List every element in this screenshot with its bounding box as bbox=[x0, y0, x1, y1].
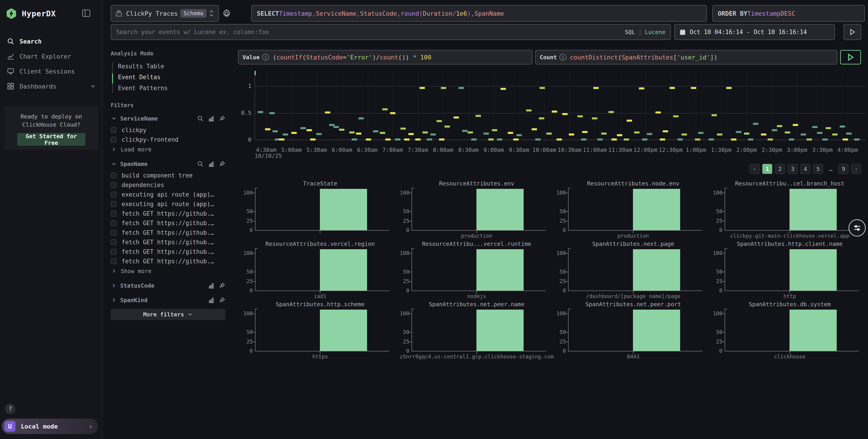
mini-y-tick bbox=[252, 281, 255, 282]
bar-chart-icon[interactable] bbox=[208, 282, 215, 289]
local-mode-menu[interactable]: U Local mode › bbox=[2, 418, 98, 434]
event-delta-mark bbox=[642, 139, 648, 141]
filter-group-spanname[interactable]: SpanName bbox=[111, 159, 225, 169]
filter-checkbox[interactable] bbox=[111, 192, 117, 198]
pagination-prev[interactable]: ‹ bbox=[750, 164, 760, 174]
code-token: SELECT bbox=[257, 10, 279, 17]
promo-line1: Ready to deploy on bbox=[4, 113, 98, 121]
grid-icon bbox=[7, 82, 14, 90]
code-token: countDistinct bbox=[570, 54, 618, 61]
event-delta-mark bbox=[660, 139, 665, 141]
filter-option-row[interactable]: build component tree bbox=[111, 171, 225, 180]
bar-chart-icon[interactable] bbox=[208, 297, 215, 303]
load-more-link[interactable]: Load more bbox=[111, 145, 225, 154]
filter-option-row[interactable]: fetch GET https://github.… bbox=[111, 228, 225, 237]
sql-select-editor[interactable]: SELECT Timestamp, ServiceName, StatusCod… bbox=[251, 5, 707, 22]
sidebar-item-chart-explorer[interactable]: Chart Explorer bbox=[0, 49, 102, 64]
pin-icon[interactable] bbox=[219, 115, 225, 122]
magnifier-icon[interactable] bbox=[197, 115, 204, 122]
source-select[interactable]: ClickPy Traces Schema bbox=[111, 5, 219, 22]
link-label: Load more bbox=[121, 146, 151, 153]
filter-option-row[interactable]: dependencies bbox=[111, 180, 225, 190]
x-tick-label: 6:00am bbox=[332, 147, 352, 153]
filter-group-servicename[interactable]: ServiceName bbox=[111, 114, 225, 123]
filter-option-row[interactable]: fetch GET https://github.… bbox=[111, 209, 225, 218]
mini-y-tick-label: 0 bbox=[242, 227, 253, 233]
pagination-ellipsis: … bbox=[826, 164, 836, 174]
filter-group-statuscode[interactable]: StatusCode bbox=[111, 281, 225, 291]
filter-option-label: fetch GET https://github.… bbox=[122, 258, 214, 265]
filter-option-row[interactable]: fetch GET https://github.… bbox=[111, 257, 225, 266]
filter-option-row[interactable]: executing api route (app)… bbox=[111, 190, 225, 199]
chart-settings-fab[interactable] bbox=[848, 219, 866, 236]
event-delta-mark bbox=[840, 125, 845, 127]
mode-item-results-table[interactable]: Results Table bbox=[118, 61, 225, 72]
mini-y-tick bbox=[722, 211, 724, 212]
lucene-toggle[interactable]: Lucene bbox=[645, 29, 665, 35]
gridline bbox=[797, 72, 798, 140]
sidebar-item-client-sessions[interactable]: Client Sessions bbox=[0, 64, 102, 79]
mini-y-axis bbox=[255, 248, 255, 291]
filter-checkbox[interactable] bbox=[111, 258, 117, 264]
event-delta-mark bbox=[744, 133, 749, 135]
event-delta-mark bbox=[427, 139, 432, 141]
settings-gear-icon[interactable] bbox=[221, 9, 232, 19]
pagination-page-4[interactable]: 4 bbox=[800, 164, 810, 174]
pagination-page-1[interactable]: 1 bbox=[762, 164, 772, 174]
collapse-sidebar-icon[interactable] bbox=[82, 9, 91, 17]
mini-y-tick-label: 0 bbox=[242, 348, 253, 354]
sidebar-item-dashboards[interactable]: Dashboards bbox=[0, 79, 102, 93]
filter-checkbox[interactable] bbox=[111, 137, 117, 143]
sidebar-item-search[interactable]: Search bbox=[0, 34, 102, 49]
filter-checkbox[interactable] bbox=[111, 220, 117, 226]
date-range-picker[interactable]: Oct 10 04:16:14 - Oct 10 16:16:14 bbox=[674, 24, 835, 40]
pagination-page-2[interactable]: 2 bbox=[775, 164, 785, 174]
order-by-editor[interactable]: ORDER BY Timestamp DESC bbox=[712, 5, 865, 22]
filter-checkbox[interactable] bbox=[111, 230, 117, 236]
value-expression-field[interactable]: Value i (countIf(StatusCode='Error')/cou… bbox=[238, 50, 532, 64]
more-filters-button[interactable]: More filters bbox=[111, 309, 225, 320]
filter-checkbox[interactable] bbox=[111, 211, 117, 216]
help-button[interactable]: ? bbox=[5, 404, 16, 414]
filter-checkbox[interactable] bbox=[111, 201, 117, 207]
show-more-link[interactable]: Show more bbox=[111, 266, 225, 275]
filter-checkbox[interactable] bbox=[111, 127, 117, 133]
pin-icon[interactable] bbox=[219, 297, 225, 303]
mini-y-tick-label: 50 bbox=[711, 269, 722, 275]
sql-toggle[interactable]: SQL bbox=[625, 29, 635, 35]
get-started-button[interactable]: Get Started for Free bbox=[17, 133, 85, 146]
filter-option-row[interactable]: executing api route (app)… bbox=[111, 199, 225, 209]
filter-group-spankind[interactable]: SpanKind bbox=[111, 295, 225, 305]
pin-icon[interactable] bbox=[219, 282, 225, 289]
run-search-button[interactable] bbox=[843, 24, 861, 40]
filter-checkbox[interactable] bbox=[111, 249, 117, 255]
pagination-next[interactable]: › bbox=[851, 164, 861, 174]
mini-y-tick-label: 0 bbox=[242, 288, 253, 293]
filter-option-row[interactable]: fetch GET https://github.… bbox=[111, 247, 225, 257]
filter-checkbox[interactable] bbox=[111, 239, 117, 245]
mode-item-event-deltas[interactable]: Event Deltas bbox=[118, 72, 225, 83]
filter-option-row[interactable]: fetch GET https://github.… bbox=[111, 237, 225, 247]
mini-y-tick-label: 100 bbox=[398, 190, 409, 196]
mini-y-tick-label: 50 bbox=[555, 269, 566, 275]
filter-group-name: ServiceName bbox=[120, 115, 158, 122]
event-delta-mark bbox=[300, 127, 306, 129]
mini-y-tick-label: 25 bbox=[555, 278, 566, 284]
filter-option-row[interactable]: clickpy-frontend bbox=[111, 135, 225, 144]
pin-icon[interactable] bbox=[219, 160, 225, 167]
pagination-page-5[interactable]: 5 bbox=[813, 164, 823, 174]
filter-checkbox[interactable] bbox=[111, 182, 117, 188]
bar-chart-icon[interactable] bbox=[208, 160, 215, 167]
count-expression-field[interactable]: Count i countDistinct(SpanAttributes['us… bbox=[535, 50, 837, 64]
filter-option-row[interactable]: fetch GET https://github.… bbox=[111, 218, 225, 228]
attribute-bar bbox=[476, 310, 524, 351]
filter-checkbox[interactable] bbox=[111, 173, 117, 178]
bar-chart-icon[interactable] bbox=[208, 115, 215, 122]
pagination-page-3[interactable]: 3 bbox=[788, 164, 798, 174]
run-analysis-button[interactable] bbox=[840, 50, 861, 64]
magnifier-icon[interactable] bbox=[197, 160, 204, 167]
mode-item-event-patterns[interactable]: Event Patterns bbox=[118, 83, 225, 93]
search-input[interactable] bbox=[116, 29, 620, 35]
pagination-page-9[interactable]: 9 bbox=[838, 164, 848, 174]
filter-option-row[interactable]: clickpy bbox=[111, 125, 225, 135]
